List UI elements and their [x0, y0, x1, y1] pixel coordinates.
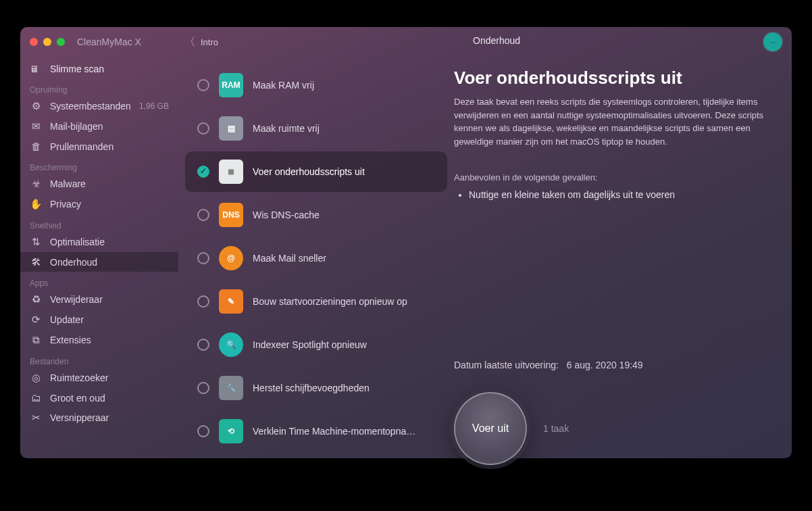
sidebar-item[interactable]: ◎Ruimtezoeker	[20, 368, 178, 388]
sidebar-item-label: Mail-bijlagen	[50, 121, 103, 132]
minimize-window-button[interactable]	[43, 38, 51, 46]
section-title: Onderhoud	[473, 35, 520, 46]
sidebar-item-smart-scan[interactable]: 🖥 Slimme scan	[20, 59, 178, 78]
zoom-window-button[interactable]	[57, 38, 65, 46]
sidebar-section-heading: Bestanden	[20, 350, 178, 368]
last-run-row: Datum laatste uitvoering: 6 aug. 2020 19…	[454, 360, 643, 370]
recommend-list: Nuttige en kleine taken om dagelijks uit…	[454, 189, 765, 200]
sidebar-item-icon: 🗑	[30, 141, 42, 152]
detail-panel: Voer onderhoudsscripts uit Deze taak bev…	[454, 27, 792, 458]
task-checkbox[interactable]	[197, 382, 209, 394]
sidebar-item[interactable]: ⇅Optimalisatie	[20, 232, 178, 252]
task-icon: ✎	[219, 289, 243, 314]
detail-heading: Voer onderhoudsscripts uit	[454, 68, 765, 89]
sidebar-item[interactable]: ⟳Updater	[20, 310, 178, 330]
back-button[interactable]: 〈 Intro	[184, 35, 218, 49]
sidebar-item-icon: ♻	[30, 293, 42, 306]
sidebar-item-label: Systeembestanden	[50, 101, 131, 112]
sidebar-item-icon: ☣	[30, 178, 42, 190]
sidebar-item-label: Versnipperaar	[50, 412, 109, 423]
task-item[interactable]: RAMMaak RAM vrij	[185, 65, 447, 105]
task-checkbox[interactable]	[197, 166, 209, 178]
sidebar-item[interactable]: ☣Malware	[20, 174, 178, 194]
sidebar-item[interactable]: ✂Versnipperaar	[20, 408, 178, 428]
sidebar-section-heading: Apps	[20, 272, 178, 289]
sidebar-item-label: Slimme scan	[50, 64, 104, 74]
task-label: Verklein Time Machine-momentopnam…	[253, 426, 422, 437]
window-controls	[30, 38, 65, 46]
task-label: Wis DNS-cache	[253, 210, 320, 220]
sidebar-item[interactable]: ♻Verwijderaar	[20, 289, 178, 310]
task-checkbox[interactable]	[197, 209, 209, 221]
titlebar: CleanMyMac X 〈 Intro Onderhoud ··	[20, 27, 792, 57]
sidebar-item-icon: ⧉	[30, 334, 42, 346]
task-checkbox[interactable]	[197, 425, 209, 437]
sidebar-item-icon: ⟳	[30, 314, 42, 326]
task-list: RAMMaak RAM vrij▤Maak ruimte vrij≣Voer o…	[178, 27, 454, 458]
sidebar-item[interactable]: 🗑Prullenmanden	[20, 137, 178, 156]
recommend-heading: Aanbevolen in de volgende gevallen:	[454, 172, 765, 182]
sidebar-section-heading: Bescherming	[20, 156, 178, 174]
task-item[interactable]: ≣Voer onderhoudsscripts uit	[185, 151, 447, 192]
task-icon: RAM	[219, 73, 243, 97]
task-icon: ⟲	[219, 419, 243, 443]
sidebar-item-icon: ◎	[30, 372, 42, 384]
task-label: Maak RAM vrij	[253, 80, 314, 91]
task-icon: 🔍	[219, 333, 243, 357]
sidebar-item-label: Prullenmanden	[50, 141, 113, 152]
sidebar-item-label: Onderhoud	[50, 257, 97, 268]
sidebar-item[interactable]: ✋Privacy	[20, 194, 178, 214]
sidebar-item-label: Privacy	[50, 199, 81, 210]
sidebar-item-badge: 1,96 GB	[139, 101, 169, 111]
sidebar-item-label: Verwijderaar	[50, 294, 103, 305]
run-row: Voer uit 1 taak	[454, 392, 569, 465]
last-run-label: Datum laatste uitvoering:	[454, 360, 559, 370]
close-window-button[interactable]	[30, 38, 38, 46]
sidebar-item-icon: 🛠	[30, 256, 42, 268]
sidebar-item-label: Extensies	[50, 335, 91, 345]
monitor-icon: 🖥	[30, 64, 42, 74]
sidebar-item[interactable]: ⚙Systeembestanden1,96 GB	[20, 96, 178, 116]
sidebar-item[interactable]: 🗂Groot en oud	[20, 388, 178, 408]
chevron-left-icon: 〈	[184, 35, 195, 49]
sidebar-item-icon: 🗂	[30, 392, 42, 404]
sidebar-item[interactable]: ⧉Extensies	[20, 330, 178, 350]
task-checkbox[interactable]	[197, 295, 209, 308]
last-run-value: 6 aug. 2020 19:49	[567, 360, 643, 370]
sidebar-item[interactable]: 🛠Onderhoud	[20, 252, 178, 272]
task-item[interactable]: ✎Bouw startvoorzieningen opnieuw op	[185, 281, 447, 322]
task-label: Maak Mail sneller	[253, 253, 326, 264]
task-checkbox[interactable]	[197, 339, 209, 351]
sidebar-item-label: Groot en oud	[50, 393, 105, 404]
task-icon: ▤	[219, 116, 243, 141]
profile-button[interactable]: ··	[763, 32, 782, 51]
sidebar-section-heading: Opruiming	[20, 78, 178, 96]
task-count: 1 taak	[543, 423, 569, 434]
detail-description: Deze taak bevat een reeks scripts die sy…	[454, 95, 765, 148]
sidebar-item-label: Malware	[50, 178, 86, 189]
run-button[interactable]: Voer uit	[454, 392, 527, 465]
task-item[interactable]: @Maak Mail sneller	[185, 238, 447, 278]
task-item[interactable]: 🔍Indexeer Spotlight opnieuw	[185, 324, 447, 365]
task-item[interactable]: DNSWis DNS-cache	[185, 195, 447, 235]
task-icon: ≣	[219, 160, 243, 184]
sidebar-item-label: Optimalisatie	[50, 237, 105, 247]
task-label: Herstel schijfbevoegdheden	[253, 383, 370, 393]
task-checkbox[interactable]	[197, 79, 209, 91]
sidebar-item-icon: ✂	[30, 412, 42, 424]
sidebar-item[interactable]: ✉Mail-bijlagen	[20, 116, 178, 137]
task-checkbox[interactable]	[197, 122, 209, 135]
sidebar: 🖥 Slimme scan Opruiming⚙Systeembestanden…	[20, 27, 178, 458]
task-item[interactable]: ▤Maak ruimte vrij	[185, 108, 447, 149]
task-item[interactable]: ⟲Verklein Time Machine-momentopnam…	[185, 411, 447, 452]
sidebar-item-icon: ⇅	[30, 236, 42, 248]
sidebar-section-heading: Snelheid	[20, 214, 178, 232]
back-label: Intro	[201, 37, 218, 47]
task-item[interactable]: 🔧Herstel schijfbevoegdheden	[185, 368, 447, 408]
sidebar-item-icon: ✋	[30, 198, 42, 210]
sidebar-item-icon: ✉	[30, 120, 42, 132]
task-checkbox[interactable]	[197, 252, 209, 264]
task-label: Bouw startvoorzieningen opnieuw op	[253, 296, 407, 307]
sidebar-item-label: Ruimtezoeker	[50, 372, 108, 383]
task-label: Voer onderhoudsscripts uit	[253, 166, 365, 177]
